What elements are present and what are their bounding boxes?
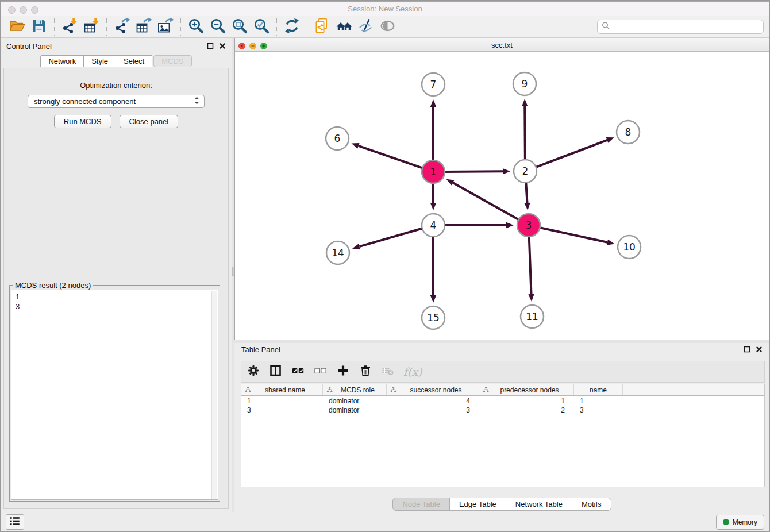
network-canvas[interactable]: 7968124314101511 [235,52,769,340]
graph-edge-1-2[interactable] [444,168,510,174]
search-box[interactable] [597,20,764,34]
cell-predecessor-nodes[interactable]: 2 [479,406,574,414]
float-panel-icon[interactable] [206,43,214,50]
cell-successor-nodes[interactable]: 4 [387,397,479,405]
table-row[interactable]: 3dominator323 [241,406,764,415]
table-panel: Table Panel f(x) shared nameMCDS rolesuc… [234,343,769,512]
cell-shared-name[interactable]: 3 [241,406,323,414]
cell-shared-name[interactable]: 1 [241,397,323,405]
deselect-all-button[interactable] [314,365,328,379]
export-table-button[interactable] [133,17,155,37]
tab-mcds[interactable]: MCDS [153,55,191,67]
svg-text:9: 9 [522,78,528,90]
graph-edge-3-10[interactable] [539,228,615,245]
cell-name[interactable]: 3 [574,406,623,414]
svg-text:11: 11 [526,311,538,322]
svg-text:10: 10 [623,241,636,253]
gear-button[interactable] [247,365,260,379]
cell-MCDS-role[interactable]: dominator [323,406,387,414]
column-header-predecessor-nodes[interactable]: predecessor nodes [479,384,574,395]
export-image-button[interactable] [155,17,176,37]
tab-select[interactable]: Select [116,55,152,67]
table-panel-header: Table Panel [234,343,769,356]
zoom-fit-button[interactable] [229,17,251,37]
cell-MCDS-role[interactable]: dominator [323,397,387,405]
tab-edge-table[interactable]: Edge Table [449,498,506,511]
graph-node-4[interactable]: 4 [422,214,445,237]
import-network-button[interactable] [59,17,80,37]
mcds-result-textarea[interactable]: 13 [11,290,218,500]
memory-button[interactable]: Memory [716,515,764,530]
graph-edge-4-3[interactable] [444,222,514,228]
zoom-in-button[interactable] [185,17,207,37]
save-button[interactable] [28,17,50,37]
graph-node-11[interactable]: 11 [521,305,544,328]
column-header-shared-name[interactable]: shared name [241,384,323,395]
tab-motifs[interactable]: Motifs [572,498,611,511]
graph-edge-4-14[interactable] [352,228,424,249]
graph-node-3[interactable]: 3 [517,214,540,237]
zoom-out-button[interactable] [207,17,229,37]
refresh-button[interactable] [281,17,303,37]
column-header-name[interactable]: name [574,384,623,395]
control-panel-title: Control Panel [6,42,52,51]
graph-node-2[interactable]: 2 [514,160,537,183]
graph-edge-3-11[interactable] [528,236,534,302]
criterion-dropdown[interactable]: strongly connected component [28,95,205,108]
search-input[interactable] [613,22,759,32]
network-graph[interactable]: 7968124314101511 [235,52,770,340]
open-folder-button[interactable] [6,17,28,37]
graph-node-6[interactable]: 6 [326,127,349,150]
export-network-button[interactable] [111,17,133,37]
graph-node-15[interactable]: 15 [422,306,445,329]
graph-edge-2-8[interactable] [535,137,614,168]
graph-edge-3-1[interactable] [446,179,520,220]
run-mcds-button[interactable]: Run MCDS [54,115,111,128]
graph-edge-2-3[interactable] [524,182,530,210]
cell-predecessor-nodes[interactable]: 1 [479,397,574,405]
node-table[interactable]: shared nameMCDS rolesuccessor nodesprede… [241,384,765,487]
cell-successor-nodes[interactable]: 3 [387,406,479,414]
show-all-button[interactable] [377,17,399,37]
column-header-successor-nodes[interactable]: successor nodes [387,384,479,395]
tab-network-table[interactable]: Network Table [506,498,572,511]
home-button[interactable] [333,17,355,37]
graph-node-14[interactable]: 14 [326,241,349,264]
graph-edge-1-6[interactable] [352,143,424,168]
network-window-titlebar[interactable]: scc.txt [235,38,769,52]
graph-node-9[interactable]: 9 [513,72,536,95]
result-scrollbar[interactable] [211,291,217,499]
graph-edge-2-9[interactable] [522,99,528,161]
add-row-button[interactable] [336,365,350,379]
delete-row-button[interactable] [359,365,372,379]
float-table-panel-icon[interactable] [743,346,750,353]
hide-selected-button[interactable] [355,17,377,37]
close-panel-icon[interactable] [218,43,226,50]
zoom-selected-button[interactable] [251,17,272,37]
graph-node-7[interactable]: 7 [422,73,445,96]
table-row[interactable]: 1dominator411 [241,396,764,406]
task-history-button[interactable] [6,514,24,530]
graph-edge-4-15[interactable] [430,236,436,303]
graph-edge-1-7[interactable] [430,99,436,161]
graph-node-10[interactable]: 10 [618,236,641,259]
close-panel-button[interactable]: Close panel [120,115,179,128]
tab-style[interactable]: Style [83,55,116,67]
columns-button[interactable] [269,365,283,379]
import-table-button[interactable] [80,17,102,37]
graph-edge-1-4[interactable] [430,182,436,210]
graph-node-8[interactable]: 8 [617,121,640,144]
column-label: name [578,386,622,394]
minimize-network-icon[interactable] [249,41,256,52]
close-network-icon[interactable] [238,41,245,52]
graph-node-1[interactable]: 1 [422,160,445,183]
close-table-panel-icon[interactable] [755,346,763,353]
cell-name[interactable]: 1 [574,397,623,405]
tab-network[interactable]: Network [40,55,84,67]
column-header-MCDS-role[interactable]: MCDS role [323,384,387,395]
memory-status-icon [723,519,729,525]
maximize-network-icon[interactable] [260,41,267,52]
duplicate-network-button[interactable] [311,17,333,37]
tab-node-table[interactable]: Node Table [392,498,450,511]
select-all-button[interactable] [291,365,305,379]
